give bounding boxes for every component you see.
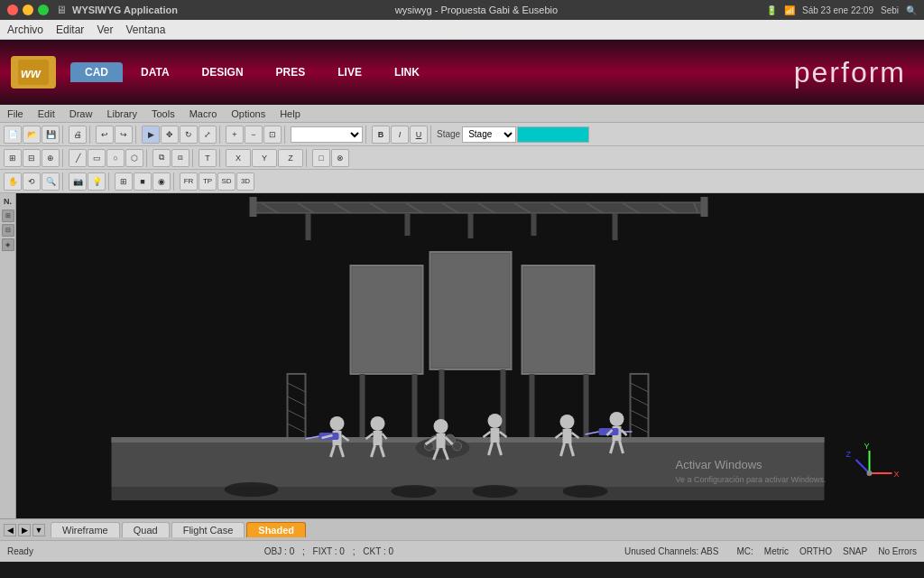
status-right: MC: Metric ORTHO SNAP No Errors (736, 546, 917, 556)
poly-btn[interactable]: ⬡ (125, 149, 143, 167)
status-counters: OBJ : 0 ; FIXT : 0 ; CKT : 0 (51, 546, 606, 556)
new-btn[interactable]: 📄 (4, 126, 22, 144)
tab-design[interactable]: DESIGN (188, 62, 258, 82)
svg-rect-48 (112, 487, 825, 500)
ortho-btn[interactable]: ⊕ (42, 149, 60, 167)
3d-pan-btn[interactable]: ✋ (4, 172, 22, 191)
svg-point-98 (563, 485, 608, 498)
rect-btn[interactable]: ▭ (88, 149, 106, 167)
snap-label: SNAP (843, 546, 867, 556)
3d-orbit-btn[interactable]: ⟲ (23, 172, 41, 191)
tab-link[interactable]: LINK (380, 62, 434, 82)
sep-6 (365, 126, 369, 144)
svg-rect-29 (432, 254, 510, 368)
group-btn[interactable]: ⧉ (152, 149, 171, 167)
line-btn[interactable]: ╱ (69, 149, 87, 167)
minimize-button[interactable] (23, 5, 33, 15)
redo-btn[interactable]: ↪ (115, 126, 133, 144)
stage-dropdown[interactable]: Stage (462, 126, 516, 143)
3d-viewport[interactable]: Activar Windows Ve a Configuración para … (16, 193, 924, 518)
svg-rect-19 (306, 213, 311, 240)
snap-btn[interactable]: ⊞ (4, 149, 22, 167)
fixture-btn[interactable]: ⊗ (331, 149, 349, 167)
tab-pres[interactable]: PRES (262, 62, 320, 82)
svg-rect-47 (112, 437, 825, 443)
perform-label: perform (794, 56, 906, 89)
menu-file[interactable]: File (7, 108, 23, 119)
sep-8 (62, 149, 66, 167)
wire-btn[interactable]: ⊞ (115, 172, 133, 191)
move-btn[interactable]: ✥ (161, 126, 179, 144)
side-btn[interactable]: SD (217, 172, 236, 191)
obj-btn[interactable]: □ (312, 149, 330, 167)
tab-quad[interactable]: Quad (122, 522, 170, 537)
menu-ventana[interactable]: Ventana (125, 23, 165, 36)
tab-wireframe[interactable]: Wireframe (51, 522, 120, 537)
top-btn[interactable]: TP (199, 172, 217, 191)
light-btn[interactable]: 💡 (88, 172, 106, 191)
bold-btn[interactable]: B (372, 126, 390, 144)
svg-point-52 (453, 442, 462, 451)
left-tool-1[interactable]: ⊞ (2, 210, 14, 222)
ungroup-btn[interactable]: ⧈ (171, 149, 189, 167)
scale-btn[interactable]: ⤢ (199, 126, 217, 144)
menu-editar[interactable]: Editar (56, 23, 84, 36)
menu-tools[interactable]: Tools (152, 108, 175, 119)
menu-archivo[interactable]: Archivo (7, 23, 43, 36)
menu-help[interactable]: Help (280, 108, 300, 119)
tab-shaded[interactable]: Shaded (246, 522, 306, 537)
zoom-fit-btn[interactable]: ⊡ (263, 126, 282, 144)
maximize-button[interactable] (38, 5, 49, 15)
save-btn[interactable]: 💾 (42, 126, 60, 144)
text-btn[interactable]: T (199, 149, 217, 167)
underline-btn[interactable]: U (410, 126, 428, 144)
menu-macro[interactable]: Macro (189, 108, 217, 119)
rotate-btn[interactable]: ↻ (180, 126, 198, 144)
menu-edit[interactable]: Edit (38, 108, 55, 119)
menu-draw[interactable]: Draw (69, 108, 93, 119)
zoom-in-btn[interactable]: + (226, 126, 244, 144)
app-header: ww CAD DATA DESIGN PRES LIVE LINK perfor… (0, 40, 924, 105)
metric-label: Metric (764, 546, 789, 556)
render-btn[interactable]: ◉ (152, 172, 171, 191)
tab-data[interactable]: DATA (126, 62, 184, 82)
grid-btn[interactable]: ⊟ (23, 149, 41, 167)
z-coord[interactable]: Z (278, 149, 303, 167)
title-bar: 🖥 WYSIWYG Application wysiwyg - Propuest… (0, 0, 924, 20)
tab-flight-case[interactable]: Flight Case (171, 522, 245, 537)
menu-ver[interactable]: Ver (97, 23, 113, 36)
zoom-out-btn[interactable]: − (245, 126, 263, 144)
menu-options[interactable]: Options (231, 108, 265, 119)
solid-btn[interactable]: ■ (134, 172, 152, 191)
close-button[interactable] (7, 5, 18, 15)
svg-rect-23 (613, 213, 618, 240)
left-panel: N. ⊞ ⊟ ◈ (0, 193, 16, 518)
italic-btn[interactable]: I (391, 126, 409, 144)
view-dropdown[interactable] (291, 126, 363, 143)
tab-right-arrow[interactable]: ▶ (18, 524, 31, 536)
search-icon[interactable]: 🔍 (906, 5, 917, 15)
open-btn[interactable]: 📂 (23, 126, 41, 144)
svg-rect-26 (360, 374, 365, 446)
camera-btn[interactable]: 📷 (69, 172, 87, 191)
persp-btn[interactable]: 3D (236, 172, 254, 191)
circle-btn[interactable]: ○ (106, 149, 125, 167)
menu-library[interactable]: Library (106, 108, 137, 119)
3d-zoom-btn[interactable]: 🔍 (42, 172, 60, 191)
toolbar-row-3: ✋ ⟲ 🔍 📷 💡 ⊞ ■ ◉ FR TP SD 3D (0, 170, 924, 193)
x-coord[interactable]: X (226, 149, 251, 167)
tab-menu-arrow[interactable]: ▼ (32, 524, 45, 536)
front-btn[interactable]: FR (180, 172, 198, 191)
select-btn[interactable]: ▶ (142, 126, 160, 144)
color-box[interactable] (517, 126, 589, 143)
tab-live[interactable]: LIVE (323, 62, 376, 82)
tab-left-arrow[interactable]: ◀ (4, 524, 16, 536)
y-coord[interactable]: Y (252, 149, 277, 167)
undo-btn[interactable]: ↩ (96, 126, 114, 144)
svg-rect-33 (524, 267, 593, 372)
left-tool-2[interactable]: ⊟ (2, 224, 14, 237)
ckt-count: CKT : 0 (363, 546, 393, 556)
print-btn[interactable]: 🖨 (69, 126, 87, 144)
left-tool-3[interactable]: ◈ (2, 238, 14, 251)
tab-cad[interactable]: CAD (70, 62, 123, 82)
